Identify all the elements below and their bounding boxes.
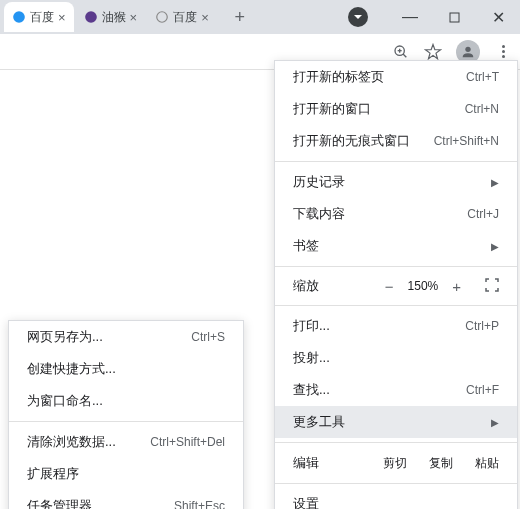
menu-separator (275, 305, 517, 306)
menu-label: 打印... (293, 317, 330, 335)
menu-label: 创建快捷方式... (27, 360, 116, 378)
menu-downloads[interactable]: 下载内容 Ctrl+J (275, 198, 517, 230)
menu-label: 清除浏览数据... (27, 433, 116, 451)
more-tools-submenu: 网页另存为... Ctrl+S 创建快捷方式... 为窗口命名... 清除浏览数… (8, 320, 244, 509)
menu-label: 为窗口命名... (27, 392, 103, 410)
submenu-clear-data[interactable]: 清除浏览数据... Ctrl+Shift+Del (9, 426, 243, 458)
tab-3[interactable]: 百度 × (147, 2, 217, 32)
menu-zoom-row: 缩放 − 150% + (275, 271, 517, 301)
menu-label: 打开新的窗口 (293, 100, 371, 118)
menu-shortcut: Ctrl+S (191, 330, 225, 344)
zoom-in-button[interactable]: + (452, 278, 461, 295)
submenu-create-shortcut[interactable]: 创建快捷方式... (9, 353, 243, 385)
menu-shortcut: Ctrl+Shift+N (434, 134, 499, 148)
menu-label: 查找... (293, 381, 330, 399)
svg-point-0 (13, 11, 25, 23)
chrome-menu-button[interactable] (494, 43, 512, 61)
menu-shortcut: Ctrl+N (465, 102, 499, 116)
cut-button[interactable]: 剪切 (383, 455, 407, 472)
chrome-main-menu: 打开新的标签页 Ctrl+T 打开新的窗口 Ctrl+N 打开新的无痕式窗口 C… (274, 60, 518, 509)
svg-point-1 (85, 11, 97, 23)
menu-edit-row: 编辑 剪切 复制 粘贴 (275, 447, 517, 479)
close-button[interactable]: ✕ (476, 0, 520, 34)
svg-rect-3 (450, 13, 459, 22)
tab-title-2: 油猴 (102, 9, 126, 26)
menu-label: 历史记录 (293, 173, 345, 191)
menu-print[interactable]: 打印... Ctrl+P (275, 310, 517, 342)
tab-title-3: 百度 (173, 9, 197, 26)
submenu-name-window[interactable]: 为窗口命名... (9, 385, 243, 417)
tab-close-icon-1[interactable]: × (58, 10, 66, 25)
tab-1[interactable]: 百度 × (4, 2, 74, 32)
tab-close-icon-3[interactable]: × (201, 10, 209, 25)
tab-favicon-1 (12, 10, 26, 24)
menu-label: 扩展程序 (27, 465, 79, 483)
submenu-save-as[interactable]: 网页另存为... Ctrl+S (9, 321, 243, 353)
tab-close-icon-2[interactable]: × (130, 10, 138, 25)
submenu-task-manager[interactable]: 任务管理器 Shift+Esc (9, 490, 243, 509)
menu-label: 投射... (293, 349, 330, 367)
fullscreen-icon[interactable] (485, 278, 499, 295)
svg-point-2 (157, 12, 168, 23)
chevron-right-icon: ▶ (491, 417, 499, 428)
menu-new-incognito[interactable]: 打开新的无痕式窗口 Ctrl+Shift+N (275, 125, 517, 157)
tab-title-1: 百度 (30, 9, 54, 26)
menu-history[interactable]: 历史记录 ▶ (275, 166, 517, 198)
edit-label: 编辑 (293, 454, 361, 472)
menu-label: 打开新的标签页 (293, 68, 384, 86)
zoom-label: 缩放 (293, 277, 319, 295)
menu-new-window[interactable]: 打开新的窗口 Ctrl+N (275, 93, 517, 125)
chevron-right-icon: ▶ (491, 241, 499, 252)
menu-find[interactable]: 查找... Ctrl+F (275, 374, 517, 406)
menu-separator (275, 483, 517, 484)
menu-shortcut: Ctrl+Shift+Del (150, 435, 225, 449)
menu-shortcut: Ctrl+T (466, 70, 499, 84)
new-tab-button[interactable]: + (227, 4, 253, 30)
copy-button[interactable]: 复制 (429, 455, 453, 472)
menu-separator (275, 442, 517, 443)
tab-strip: 百度 × 油猴 × 百度 × + — ✕ (0, 0, 520, 34)
paste-button[interactable]: 粘贴 (475, 455, 499, 472)
menu-shortcut: Ctrl+J (467, 207, 499, 221)
menu-bookmarks[interactable]: 书签 ▶ (275, 230, 517, 262)
menu-more-tools[interactable]: 更多工具 ▶ (275, 406, 517, 438)
menu-label: 任务管理器 (27, 497, 92, 509)
menu-shortcut: Ctrl+P (465, 319, 499, 333)
chevron-right-icon: ▶ (491, 177, 499, 188)
menu-separator (9, 421, 243, 422)
menu-shortcut: Ctrl+F (466, 383, 499, 397)
tab-favicon-3 (155, 10, 169, 24)
svg-line-5 (403, 54, 406, 57)
menu-label: 书签 (293, 237, 319, 255)
tab-favicon-2 (84, 10, 98, 24)
maximize-button[interactable] (432, 0, 476, 34)
window-controls: — ✕ (348, 0, 520, 34)
menu-label: 打开新的无痕式窗口 (293, 132, 410, 150)
zoom-percent: 150% (408, 279, 439, 293)
menu-label: 下载内容 (293, 205, 345, 223)
menu-label: 更多工具 (293, 413, 345, 431)
menu-settings[interactable]: 设置 (275, 488, 517, 509)
menu-label: 网页另存为... (27, 328, 103, 346)
menu-separator (275, 266, 517, 267)
profile-dropdown-icon[interactable] (348, 7, 368, 27)
menu-new-tab[interactable]: 打开新的标签页 Ctrl+T (275, 61, 517, 93)
menu-separator (275, 161, 517, 162)
bookmark-star-icon[interactable] (424, 43, 442, 61)
zoom-indicator-icon[interactable] (392, 43, 410, 61)
svg-point-8 (465, 46, 470, 51)
zoom-out-button[interactable]: − (385, 278, 394, 295)
submenu-extensions[interactable]: 扩展程序 (9, 458, 243, 490)
minimize-button[interactable]: — (388, 0, 432, 34)
menu-shortcut: Shift+Esc (174, 499, 225, 509)
tab-2[interactable]: 油猴 × (76, 2, 146, 32)
menu-label: 设置 (293, 495, 319, 509)
menu-cast[interactable]: 投射... (275, 342, 517, 374)
